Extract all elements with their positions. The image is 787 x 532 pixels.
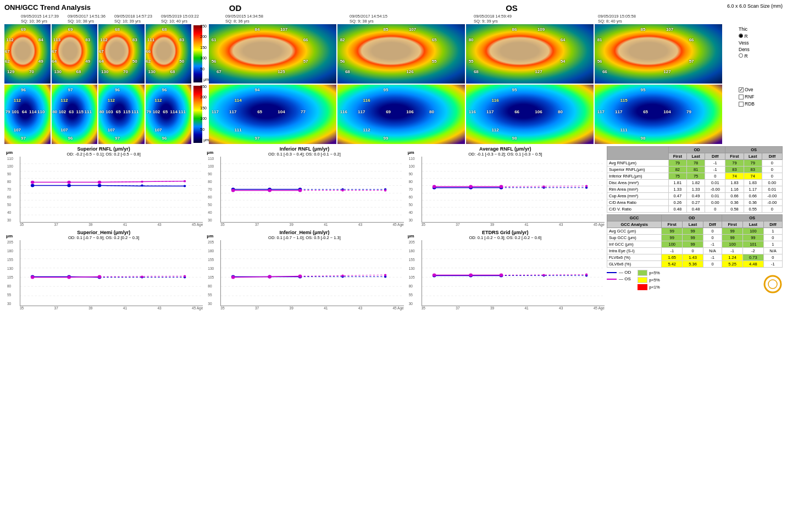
table-cell: 83 bbox=[744, 167, 762, 173]
os-legend-label: — OS bbox=[619, 276, 631, 281]
sup-hemi-unit: μm bbox=[6, 234, 13, 239]
svg-point-32 bbox=[31, 275, 35, 279]
table-cell: 78 bbox=[686, 160, 705, 167]
od-dates: 09/05/2015 14:17:39 SQ: 10; 36 yrs 09/05… bbox=[21, 14, 208, 24]
table-cell: C/D V. Ratio bbox=[607, 206, 668, 213]
od-onh-img-4: 111 68 83 66 62 50 130 68 bbox=[146, 24, 192, 84]
table-cell: 0 bbox=[705, 173, 725, 180]
table-cell: 1.83 bbox=[744, 180, 762, 186]
table-cell: 99 bbox=[722, 235, 743, 241]
overlay-checkbox[interactable]: ✓ Ove bbox=[739, 87, 783, 92]
gcc-analysis-header: GCC Analysis bbox=[607, 221, 661, 228]
table-cell: 99 bbox=[662, 235, 683, 241]
table-cell: 101 bbox=[742, 241, 763, 248]
table-cell: -0.00 bbox=[762, 199, 782, 206]
table-cell: 79 bbox=[725, 160, 744, 167]
svg-point-19 bbox=[184, 180, 186, 182]
radio1-row[interactable]: R bbox=[739, 34, 783, 39]
table-cell: Cup Area (mm²) bbox=[607, 193, 668, 199]
os-header: OS bbox=[725, 147, 783, 153]
svg-point-74 bbox=[342, 274, 344, 276]
table-cell: 0.49 bbox=[686, 193, 705, 199]
table-cell: 1.17 bbox=[744, 186, 762, 193]
table-cell: 1.43 bbox=[683, 254, 703, 261]
svg-point-71 bbox=[268, 275, 272, 278]
os-onh-img-4: 85 107 81 66 56 57 66 127 bbox=[595, 24, 722, 84]
table-cell: Intra Eye (S-I) bbox=[607, 248, 661, 254]
os-onh-img-1: 84 107 61 66 56 57 67 125 bbox=[209, 24, 336, 84]
main-container: ONH/GCC Trend Analysis OD OS 6.0 x 6.0 S… bbox=[0, 0, 787, 313]
svg-point-36 bbox=[141, 275, 143, 278]
table-cell: 0.48 bbox=[668, 206, 686, 213]
p1-red-legend: p<1% bbox=[638, 284, 659, 290]
table-cell: 0.00 bbox=[762, 180, 782, 186]
diff-header-od: Diff bbox=[705, 153, 725, 160]
svg-point-112 bbox=[542, 274, 545, 276]
od-gcc-img-4: 96 112 79 102 65 114 111 107 96 bbox=[146, 85, 192, 144]
os-date-3: 09/05/2018 14:59:49 SQ: 9; 39 yrs bbox=[474, 14, 598, 24]
superior-hemi-chart: Superior_Hemi (μm/yr) OD: 0.1 [-0.7 ~ 0.… bbox=[4, 230, 203, 310]
svg-point-70 bbox=[231, 275, 235, 279]
table-cell: 100 bbox=[722, 241, 743, 248]
table-cell: N/A bbox=[703, 248, 722, 254]
svg-point-90 bbox=[432, 185, 436, 189]
os-label: OS bbox=[329, 3, 695, 13]
top-image-row: 112 69 84 67 62 49 129 70 113 69 83 67 6… bbox=[4, 24, 783, 84]
table-cell: Sup GCC (μm) bbox=[607, 235, 661, 241]
os-dates: 09/05/2015 14:34:58 SQ: 8; 36 yrs 09/05/… bbox=[225, 14, 722, 24]
table-cell: 74 bbox=[744, 173, 762, 180]
od-gcc-images: 96 112 79 101 64 114 110 107 97 97 112 8… bbox=[4, 85, 191, 144]
circle-brand-icon bbox=[763, 274, 783, 295]
od-header: OD bbox=[668, 147, 725, 153]
table-cell: 0.66 bbox=[744, 193, 762, 199]
table-cell: -0.00 bbox=[705, 186, 725, 193]
table-cell: 5.25 bbox=[722, 261, 743, 268]
radio-r1[interactable] bbox=[739, 34, 743, 38]
inferior-rnfl-subtitle: OD: 0.1 [-0.3 ~ 0.4]; OS: 0.0 [-0.1 ~ 0.… bbox=[205, 152, 403, 157]
p1-red-legend-label: p<1% bbox=[649, 285, 659, 290]
svg-point-12 bbox=[141, 185, 143, 187]
os-date-2: 09/05/2017 14:54:15 SQ: 9; 38 yrs bbox=[350, 14, 474, 24]
svg-point-114 bbox=[764, 276, 781, 292]
radio2-row[interactable]: R bbox=[739, 53, 783, 59]
svg-point-75 bbox=[384, 274, 386, 276]
average-rnfl-title: Average RNFL (μm/yr) bbox=[406, 146, 605, 152]
table-cell: 75 bbox=[686, 173, 705, 180]
charts-table-area: Superior RNFL (μm/yr) OD: -0.2 [-0.5 ~ 0… bbox=[4, 146, 783, 310]
os-onh-img-3: 86 109 80 64 55 54 68 127 bbox=[466, 24, 594, 84]
gcc-os-header: OS bbox=[722, 215, 783, 221]
table-cell: 83 bbox=[725, 167, 744, 173]
table-cell: 0.58 bbox=[725, 206, 744, 213]
table-cell: -1 bbox=[703, 254, 722, 261]
table-cell: 0.48 bbox=[686, 206, 705, 213]
table-cell: 0.55 bbox=[744, 206, 762, 213]
table-cell: Rim Area (mm²) bbox=[607, 186, 668, 193]
od-onh-img-3: 112 68 83 67 64 50 130 70 bbox=[98, 24, 145, 84]
od-gcc-img-2: 97 112 80 102 63 115 111 107 96 bbox=[52, 85, 98, 144]
left-chart-col: Superior RNFL (μm/yr) OD: -0.2 [-0.5 ~ 0… bbox=[4, 146, 203, 310]
od-label: OD bbox=[142, 3, 329, 13]
svg-point-15 bbox=[67, 181, 71, 184]
etdrs-unit: μm bbox=[408, 234, 414, 239]
p1-legend-label: p<5% bbox=[649, 278, 659, 282]
table-cell: 1.24 bbox=[722, 254, 743, 261]
right-checkboxes: ✓ Ove RNF RDB bbox=[739, 85, 783, 107]
table-cell: Inferior RNFL(μm) bbox=[607, 173, 668, 180]
table-cell: Disc Area (mm²) bbox=[607, 180, 668, 186]
table-cell: 0 bbox=[763, 254, 782, 261]
table-cell: -0.00 bbox=[762, 193, 782, 199]
p5-legend: p<5% bbox=[638, 270, 659, 276]
table-cell: 1.81 bbox=[668, 180, 686, 186]
svg-point-91 bbox=[469, 185, 473, 189]
table-cell: 100 bbox=[742, 228, 763, 235]
average-rnfl-chart: Average RNFL (μm/yr) OD: -0.1 [-0.3 ~ 0.… bbox=[406, 146, 605, 226]
table-cell: 1.82 bbox=[686, 180, 705, 186]
rdb-checkbox[interactable]: RDB bbox=[739, 101, 783, 107]
od-legend: — OD bbox=[607, 270, 631, 275]
table-cell: 81 bbox=[686, 167, 705, 173]
last-header-od: Last bbox=[686, 153, 705, 160]
vessel-label: Vess bbox=[739, 40, 783, 46]
table-cell: 5.36 bbox=[683, 261, 703, 268]
table-cell: 0 bbox=[762, 160, 782, 167]
rnfl-checkbox[interactable]: RNF bbox=[739, 94, 783, 99]
